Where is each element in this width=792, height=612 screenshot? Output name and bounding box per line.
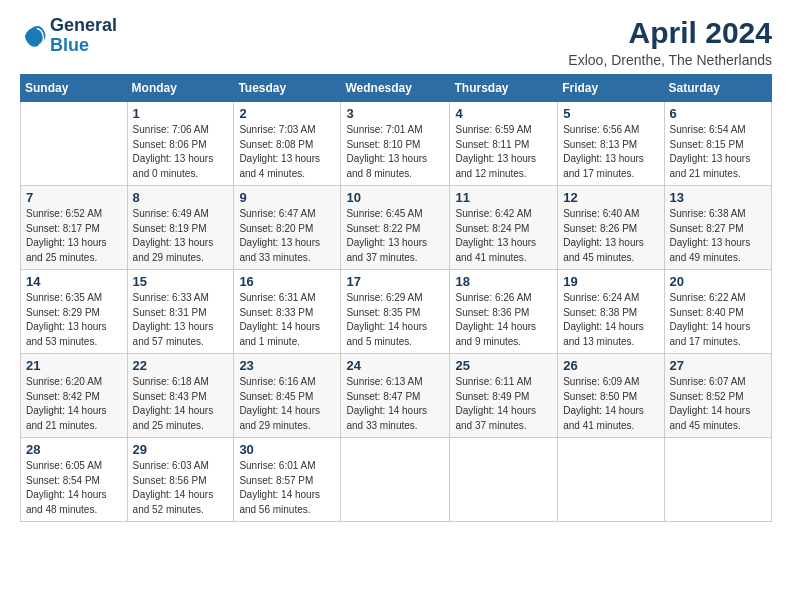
cell-w4-d5	[558, 438, 664, 522]
cell-w3-d1: 22Sunrise: 6:18 AMSunset: 8:43 PMDayligh…	[127, 354, 234, 438]
day-info: Sunrise: 6:42 AMSunset: 8:24 PMDaylight:…	[455, 207, 552, 265]
day-info: Sunrise: 6:05 AMSunset: 8:54 PMDaylight:…	[26, 459, 122, 517]
col-wednesday: Wednesday	[341, 75, 450, 102]
cell-w4-d2: 30Sunrise: 6:01 AMSunset: 8:57 PMDayligh…	[234, 438, 341, 522]
day-info: Sunrise: 6:49 AMSunset: 8:19 PMDaylight:…	[133, 207, 229, 265]
day-number: 26	[563, 358, 658, 373]
cell-w0-d6: 6Sunrise: 6:54 AMSunset: 8:15 PMDaylight…	[664, 102, 771, 186]
day-number: 13	[670, 190, 766, 205]
col-monday: Monday	[127, 75, 234, 102]
logo-text: General Blue	[50, 16, 117, 56]
day-number: 1	[133, 106, 229, 121]
cell-w2-d4: 18Sunrise: 6:26 AMSunset: 8:36 PMDayligh…	[450, 270, 558, 354]
cell-w3-d4: 25Sunrise: 6:11 AMSunset: 8:49 PMDayligh…	[450, 354, 558, 438]
day-number: 11	[455, 190, 552, 205]
day-number: 12	[563, 190, 658, 205]
day-info: Sunrise: 6:45 AMSunset: 8:22 PMDaylight:…	[346, 207, 444, 265]
day-number: 17	[346, 274, 444, 289]
header-row: Sunday Monday Tuesday Wednesday Thursday…	[21, 75, 772, 102]
cell-w4-d4	[450, 438, 558, 522]
cell-w1-d4: 11Sunrise: 6:42 AMSunset: 8:24 PMDayligh…	[450, 186, 558, 270]
day-info: Sunrise: 6:22 AMSunset: 8:40 PMDaylight:…	[670, 291, 766, 349]
cell-w0-d2: 2Sunrise: 7:03 AMSunset: 8:08 PMDaylight…	[234, 102, 341, 186]
logo-icon	[20, 22, 48, 50]
cell-w0-d0	[21, 102, 128, 186]
cell-w2-d2: 16Sunrise: 6:31 AMSunset: 8:33 PMDayligh…	[234, 270, 341, 354]
week-row-4: 28Sunrise: 6:05 AMSunset: 8:54 PMDayligh…	[21, 438, 772, 522]
day-number: 22	[133, 358, 229, 373]
cell-w0-d3: 3Sunrise: 7:01 AMSunset: 8:10 PMDaylight…	[341, 102, 450, 186]
day-number: 23	[239, 358, 335, 373]
cell-w3-d2: 23Sunrise: 6:16 AMSunset: 8:45 PMDayligh…	[234, 354, 341, 438]
col-friday: Friday	[558, 75, 664, 102]
day-number: 28	[26, 442, 122, 457]
day-info: Sunrise: 6:09 AMSunset: 8:50 PMDaylight:…	[563, 375, 658, 433]
day-number: 7	[26, 190, 122, 205]
day-number: 4	[455, 106, 552, 121]
cell-w4-d0: 28Sunrise: 6:05 AMSunset: 8:54 PMDayligh…	[21, 438, 128, 522]
day-number: 18	[455, 274, 552, 289]
cell-w1-d6: 13Sunrise: 6:38 AMSunset: 8:27 PMDayligh…	[664, 186, 771, 270]
day-info: Sunrise: 6:38 AMSunset: 8:27 PMDaylight:…	[670, 207, 766, 265]
cell-w4-d3	[341, 438, 450, 522]
day-number: 20	[670, 274, 766, 289]
day-number: 3	[346, 106, 444, 121]
cell-w1-d1: 8Sunrise: 6:49 AMSunset: 8:19 PMDaylight…	[127, 186, 234, 270]
day-info: Sunrise: 6:20 AMSunset: 8:42 PMDaylight:…	[26, 375, 122, 433]
cell-w1-d0: 7Sunrise: 6:52 AMSunset: 8:17 PMDaylight…	[21, 186, 128, 270]
day-number: 15	[133, 274, 229, 289]
cell-w0-d1: 1Sunrise: 7:06 AMSunset: 8:06 PMDaylight…	[127, 102, 234, 186]
day-number: 9	[239, 190, 335, 205]
cell-w2-d0: 14Sunrise: 6:35 AMSunset: 8:29 PMDayligh…	[21, 270, 128, 354]
day-info: Sunrise: 7:01 AMSunset: 8:10 PMDaylight:…	[346, 123, 444, 181]
day-number: 8	[133, 190, 229, 205]
day-info: Sunrise: 6:56 AMSunset: 8:13 PMDaylight:…	[563, 123, 658, 181]
day-number: 27	[670, 358, 766, 373]
day-number: 30	[239, 442, 335, 457]
cell-w1-d3: 10Sunrise: 6:45 AMSunset: 8:22 PMDayligh…	[341, 186, 450, 270]
cell-w3-d5: 26Sunrise: 6:09 AMSunset: 8:50 PMDayligh…	[558, 354, 664, 438]
day-info: Sunrise: 6:26 AMSunset: 8:36 PMDaylight:…	[455, 291, 552, 349]
day-info: Sunrise: 6:40 AMSunset: 8:26 PMDaylight:…	[563, 207, 658, 265]
day-info: Sunrise: 6:03 AMSunset: 8:56 PMDaylight:…	[133, 459, 229, 517]
week-row-0: 1Sunrise: 7:06 AMSunset: 8:06 PMDaylight…	[21, 102, 772, 186]
week-row-1: 7Sunrise: 6:52 AMSunset: 8:17 PMDaylight…	[21, 186, 772, 270]
day-info: Sunrise: 6:31 AMSunset: 8:33 PMDaylight:…	[239, 291, 335, 349]
day-number: 24	[346, 358, 444, 373]
logo-blue: Blue	[50, 35, 89, 55]
cell-w2-d1: 15Sunrise: 6:33 AMSunset: 8:31 PMDayligh…	[127, 270, 234, 354]
cell-w2-d5: 19Sunrise: 6:24 AMSunset: 8:38 PMDayligh…	[558, 270, 664, 354]
cell-w3-d0: 21Sunrise: 6:20 AMSunset: 8:42 PMDayligh…	[21, 354, 128, 438]
main-title: April 2024	[568, 16, 772, 50]
subtitle: Exloo, Drenthe, The Netherlands	[568, 52, 772, 68]
day-number: 5	[563, 106, 658, 121]
day-info: Sunrise: 6:13 AMSunset: 8:47 PMDaylight:…	[346, 375, 444, 433]
day-info: Sunrise: 6:35 AMSunset: 8:29 PMDaylight:…	[26, 291, 122, 349]
col-thursday: Thursday	[450, 75, 558, 102]
col-tuesday: Tuesday	[234, 75, 341, 102]
col-saturday: Saturday	[664, 75, 771, 102]
day-number: 29	[133, 442, 229, 457]
day-info: Sunrise: 6:16 AMSunset: 8:45 PMDaylight:…	[239, 375, 335, 433]
day-number: 21	[26, 358, 122, 373]
day-info: Sunrise: 6:18 AMSunset: 8:43 PMDaylight:…	[133, 375, 229, 433]
cell-w4-d6	[664, 438, 771, 522]
day-info: Sunrise: 6:07 AMSunset: 8:52 PMDaylight:…	[670, 375, 766, 433]
col-sunday: Sunday	[21, 75, 128, 102]
day-number: 16	[239, 274, 335, 289]
day-info: Sunrise: 6:59 AMSunset: 8:11 PMDaylight:…	[455, 123, 552, 181]
day-number: 2	[239, 106, 335, 121]
day-info: Sunrise: 6:29 AMSunset: 8:35 PMDaylight:…	[346, 291, 444, 349]
day-number: 19	[563, 274, 658, 289]
day-info: Sunrise: 6:47 AMSunset: 8:20 PMDaylight:…	[239, 207, 335, 265]
day-info: Sunrise: 6:11 AMSunset: 8:49 PMDaylight:…	[455, 375, 552, 433]
cell-w0-d5: 5Sunrise: 6:56 AMSunset: 8:13 PMDaylight…	[558, 102, 664, 186]
header: General Blue April 2024 Exloo, Drenthe, …	[20, 16, 772, 68]
day-info: Sunrise: 7:03 AMSunset: 8:08 PMDaylight:…	[239, 123, 335, 181]
logo: General Blue	[20, 16, 117, 56]
day-number: 14	[26, 274, 122, 289]
cell-w3-d6: 27Sunrise: 6:07 AMSunset: 8:52 PMDayligh…	[664, 354, 771, 438]
cell-w1-d2: 9Sunrise: 6:47 AMSunset: 8:20 PMDaylight…	[234, 186, 341, 270]
day-info: Sunrise: 7:06 AMSunset: 8:06 PMDaylight:…	[133, 123, 229, 181]
day-info: Sunrise: 6:24 AMSunset: 8:38 PMDaylight:…	[563, 291, 658, 349]
